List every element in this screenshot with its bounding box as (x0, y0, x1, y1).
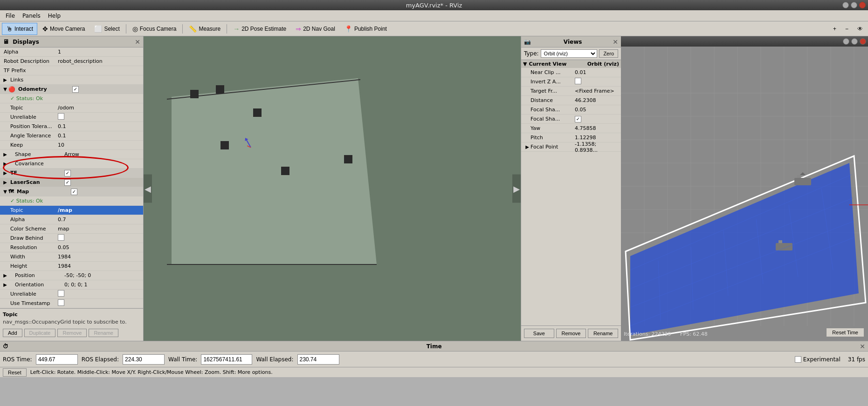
map-draw-behind-checkbox[interactable] (58, 234, 64, 241)
displays-title: 🖥 Displays (3, 38, 39, 45)
cov-toggle[interactable]: ▶ (2, 161, 8, 166)
rename-btn[interactable]: Rename (89, 329, 118, 337)
odometry-shape-value: Arrow (64, 151, 141, 157)
views-type-label: Type: (524, 50, 539, 57)
toolbar-add[interactable]: + (831, 23, 842, 35)
toolbar-eye[interactable]: 👁 (855, 23, 866, 35)
svg-marker-1 (172, 78, 377, 264)
view-focal-sha-1: Focal Sha... 0.05 (521, 105, 621, 115)
tf-section[interactable]: ▶ TF (0, 169, 143, 178)
toolbar-move-camera[interactable]: ✥ Move Camera (38, 23, 89, 35)
focal-sha-checkbox[interactable] (575, 116, 581, 122)
position-toggle[interactable]: ▶ (2, 273, 8, 278)
laserscan-toggle[interactable]: ▶ (2, 180, 8, 185)
odometry-shape[interactable]: ▶ Shape Arrow (0, 150, 143, 159)
odometry-checkbox[interactable] (72, 86, 79, 93)
map-canvas[interactable] (144, 36, 521, 341)
wall-time-value[interactable] (201, 354, 252, 365)
invert-z-checkbox[interactable] (575, 78, 581, 84)
odometry-unreliable-checkbox[interactable] (58, 113, 64, 120)
views-save-btn[interactable]: Save (524, 329, 554, 338)
odometry-section[interactable]: ▼ 🔴 Odometry (0, 85, 143, 94)
minimize-btn[interactable] (842, 2, 849, 8)
menu-help[interactable]: Help (44, 12, 64, 20)
viewport-left-arrow[interactable]: ◀ (144, 175, 152, 203)
views-rename-btn[interactable]: Rename (588, 329, 618, 338)
views-current-toggle[interactable]: ▼ (523, 61, 527, 67)
odometry-status: ✓ Status: Ok (0, 94, 143, 103)
odometry-topic-value[interactable]: /odom (58, 105, 141, 111)
maximize-btn[interactable] (851, 2, 857, 8)
shape-toggle[interactable]: ▶ (2, 152, 8, 157)
view-pitch-value: 1.12298 (575, 135, 619, 141)
map-toggle[interactable]: ▼ (2, 189, 8, 194)
odometry-topic: Topic /odom (0, 103, 143, 113)
reset-btn[interactable]: Reset (3, 368, 27, 377)
displays-close[interactable]: ✕ (135, 38, 140, 46)
map-check (71, 189, 141, 195)
reset-time-btn[interactable]: Reset Time (826, 328, 864, 337)
toolbar-select[interactable]: ⬜ Select (90, 23, 124, 35)
tf-toggle[interactable]: ▶ (2, 170, 8, 176)
toolbar-publish-point[interactable]: 📍 Publish Point (340, 23, 391, 35)
views-actions: Save Remove Rename (521, 325, 621, 341)
views-remove-btn[interactable]: Remove (556, 329, 586, 338)
toolbar-minus[interactable]: − (843, 23, 854, 35)
map-orientation-value: 0; 0; 0; 1 (64, 282, 141, 288)
odometry-x-icon: 🔴 (8, 86, 15, 93)
odometry-keep-label: Keep (2, 142, 58, 148)
links-toggle[interactable]: ▶ (2, 77, 8, 82)
viewport-right-arrow[interactable]: ▶ (512, 175, 521, 203)
odometry-toggle[interactable]: ▼ (2, 87, 8, 92)
tf-checkbox[interactable] (64, 170, 71, 176)
map-orientation[interactable]: ▶ Orientation 0; 0; 0; 1 (0, 280, 143, 290)
map-use-timestamp: Use Timestamp (0, 299, 143, 308)
map-section[interactable]: ▼ 🗺 Map (0, 187, 143, 196)
svg-rect-7 (220, 141, 229, 149)
map-unreliable-checkbox[interactable] (58, 290, 64, 297)
map-draw-behind: Draw Behind (0, 234, 143, 243)
view-focal-point[interactable]: ▶ Focal Point -1.1358; 0.8938... (521, 142, 621, 152)
center-viewport[interactable]: ◀ ▶ (144, 36, 521, 341)
fr-close[interactable] (860, 38, 866, 45)
fr-minimize[interactable] (843, 38, 849, 45)
views-zero-btn[interactable]: Zero (599, 49, 618, 58)
prop-links[interactable]: ▶ Links (0, 75, 143, 85)
ros-time-value[interactable] (36, 354, 78, 365)
toolbar-2d-nav[interactable]: ⇒ 2D Nav Goal (291, 23, 339, 35)
svg-rect-5 (216, 85, 224, 94)
map-topic-value: /map (58, 207, 141, 213)
views-close[interactable]: ✕ (613, 38, 618, 46)
map-checkbox[interactable] (71, 189, 77, 195)
experimental-checkbox[interactable] (795, 356, 801, 363)
map-position[interactable]: ▶ Position -50; -50; 0 (0, 271, 143, 280)
wall-elapsed-label: Wall Elapsed: (256, 356, 293, 363)
toolbar-measure[interactable]: 📏 Measure (185, 23, 225, 35)
view-invert-z-value (575, 78, 619, 86)
svg-rect-8 (281, 167, 289, 175)
svg-rect-4 (190, 90, 199, 98)
laserscan-section[interactable]: ▶ LaserScan (0, 178, 143, 187)
far-right-3d-panel[interactable]: Iterations: 224229 FPS: 62.48 Reset Time (621, 36, 868, 341)
toolbar-focus-camera[interactable]: ◎ Focus Camera (128, 23, 181, 35)
menu-panels[interactable]: Panels (19, 12, 44, 20)
view-distance: Distance 46.2308 (521, 96, 621, 105)
odometry-covariance[interactable]: ▶ Covariance (0, 159, 143, 169)
map-use-timestamp-checkbox[interactable] (58, 299, 64, 306)
fr-maximize[interactable] (851, 38, 858, 45)
views-type-select[interactable]: Orbit (rviz) (541, 49, 598, 58)
orientation-toggle[interactable]: ▶ (2, 282, 8, 287)
ros-elapsed-value[interactable] (123, 354, 165, 365)
map-topic[interactable]: Topic /map (0, 206, 143, 215)
focal-point-toggle[interactable]: ▶ (524, 144, 530, 149)
laserscan-checkbox[interactable] (64, 179, 71, 186)
time-close[interactable]: ✕ (860, 343, 865, 350)
remove-btn[interactable]: Remove (57, 329, 87, 337)
duplicate-btn[interactable]: Duplicate (24, 329, 56, 337)
wall-elapsed-value[interactable] (297, 354, 339, 365)
toolbar-interact[interactable]: 🖱 Interact (2, 23, 37, 35)
close-btn[interactable] (859, 2, 866, 8)
toolbar-2d-pose[interactable]: → 2D Pose Estimate (229, 23, 290, 35)
add-btn[interactable]: Add (3, 329, 22, 337)
menu-file[interactable]: File (2, 12, 19, 20)
